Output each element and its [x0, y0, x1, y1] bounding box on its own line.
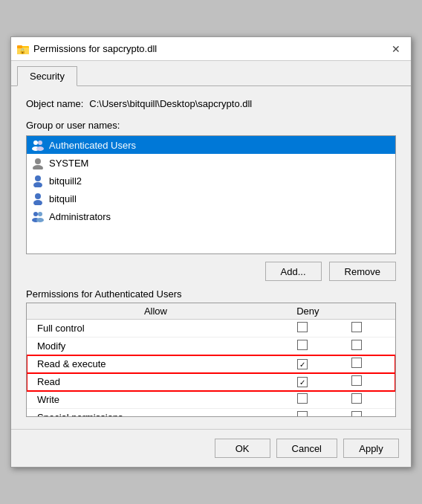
user-name: bitquill2 — [49, 175, 82, 187]
user-icon — [31, 156, 45, 169]
permission-name: Special permissions — [27, 409, 275, 417]
title-bar-left: 🔒 Permissions for sapcrypto.dll — [17, 43, 157, 55]
scroll-spacer — [383, 355, 395, 373]
svg-point-15 — [38, 212, 42, 216]
permissions-table-wrapper: Allow Deny Full controlModifyRead & exec… — [26, 303, 396, 417]
permission-name: Read — [27, 373, 275, 391]
scroll-spacer — [383, 337, 395, 355]
permission-row: Full control — [27, 320, 395, 337]
user-icon — [31, 138, 45, 152]
user-icon — [31, 192, 45, 205]
permission-row: Read — [27, 373, 395, 391]
svg-point-4 — [33, 140, 38, 145]
scroll-spacer — [383, 320, 395, 337]
group-section-label: Group or user names: — [26, 120, 396, 131]
deny-checkbox[interactable] — [351, 358, 362, 368]
apply-button[interactable]: Apply — [343, 439, 399, 458]
svg-text:🔒: 🔒 — [19, 48, 26, 54]
svg-point-13 — [33, 200, 42, 205]
user-name: Administrators — [49, 211, 111, 222]
allow-checkbox[interactable] — [297, 393, 308, 404]
svg-point-11 — [33, 182, 42, 187]
user-name: Authenticated Users — [49, 140, 136, 151]
permissions-rows-table: Full controlModifyRead & executeReadWrit… — [27, 320, 395, 416]
user-icon — [31, 174, 45, 187]
close-button[interactable]: ✕ — [387, 42, 405, 56]
deny-checkbox[interactable] — [351, 322, 362, 332]
user-icon — [31, 210, 45, 223]
deny-checkbox[interactable] — [351, 375, 362, 386]
user-name: SYSTEM — [49, 158, 88, 169]
remove-button[interactable]: Remove — [329, 262, 396, 281]
permissions-table: Allow Deny — [27, 303, 395, 320]
svg-point-7 — [36, 146, 44, 151]
cancel-button[interactable]: Cancel — [276, 439, 337, 458]
dialog-footer: OK Cancel Apply — [11, 429, 411, 467]
title-bar: 🔒 Permissions for sapcrypto.dll ✕ — [11, 37, 411, 61]
svg-point-12 — [35, 193, 41, 199]
object-name-row: Object name: C:\Users\bitquill\Desktop\s… — [26, 98, 396, 109]
user-button-row: Add... Remove — [26, 262, 396, 281]
dialog-title: Permissions for sapcrypto.dll — [33, 43, 157, 54]
user-item[interactable]: bitquill — [27, 190, 395, 207]
permissions-dialog: 🔒 Permissions for sapcrypto.dll ✕ Securi… — [10, 36, 412, 468]
ok-button[interactable]: OK — [215, 439, 270, 458]
svg-point-14 — [33, 212, 38, 216]
object-name-value: C:\Users\bitquill\Desktop\sapcrypto.dll — [89, 98, 252, 109]
user-item[interactable]: Administrators — [27, 207, 395, 225]
col-allow: Allow — [79, 303, 232, 320]
allow-checkbox[interactable] — [297, 359, 308, 369]
scroll-spacer — [383, 373, 395, 391]
col-deny: Deny — [233, 303, 383, 320]
tab-security[interactable]: Security — [17, 66, 77, 86]
allow-checkbox[interactable] — [297, 340, 308, 350]
dialog-content: Object name: C:\Users\bitquill\Desktop\s… — [11, 86, 411, 429]
col-permission — [27, 303, 79, 320]
allow-checkbox[interactable] — [297, 377, 308, 387]
svg-point-10 — [35, 175, 41, 181]
permission-name: Read & execute — [27, 355, 275, 373]
permission-name: Full control — [27, 320, 275, 337]
scroll-col — [383, 303, 395, 320]
deny-checkbox[interactable] — [351, 411, 362, 416]
svg-point-9 — [33, 165, 43, 169]
add-button[interactable]: Add... — [265, 262, 322, 281]
dialog-icon: 🔒 — [17, 43, 29, 55]
permissions-scroll-area[interactable]: Full controlModifyRead & executeReadWrit… — [27, 320, 395, 416]
user-item[interactable]: bitquill2 — [27, 172, 395, 190]
svg-point-8 — [35, 158, 41, 164]
permission-row: Read & execute — [27, 355, 395, 373]
user-name: bitquill — [49, 193, 77, 204]
scroll-spacer — [383, 409, 395, 417]
permission-row: Special permissions — [27, 409, 395, 417]
scroll-spacer — [383, 391, 395, 409]
deny-checkbox[interactable] — [351, 393, 362, 404]
tab-bar: Security — [11, 61, 411, 86]
permissions-header: Permissions for Authenticated Users — [26, 288, 396, 300]
object-name-label: Object name: — [26, 98, 83, 109]
permission-name: Write — [27, 391, 275, 409]
permission-name: Modify — [27, 337, 275, 355]
permission-row: Write — [27, 391, 395, 409]
allow-checkbox[interactable] — [297, 322, 308, 332]
deny-checkbox[interactable] — [351, 340, 362, 350]
user-item[interactable]: SYSTEM — [27, 154, 395, 172]
permission-row: Modify — [27, 337, 395, 355]
allow-checkbox[interactable] — [297, 411, 308, 416]
user-list[interactable]: Authenticated Users SYSTEM bitquill2 bit… — [26, 135, 396, 254]
user-item[interactable]: Authenticated Users — [27, 136, 395, 154]
svg-point-17 — [36, 218, 44, 222]
svg-point-5 — [38, 140, 42, 145]
